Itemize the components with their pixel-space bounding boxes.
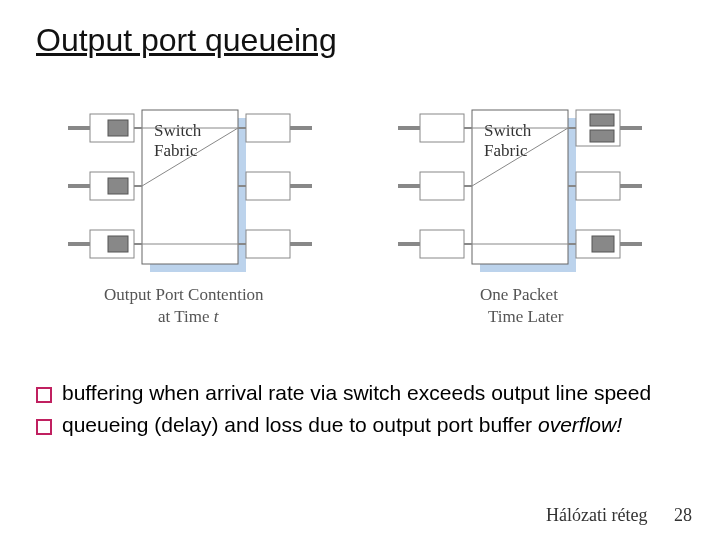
slide-title: Output port queueing bbox=[36, 22, 337, 59]
page-number: 28 bbox=[674, 505, 692, 526]
svg-rect-34 bbox=[420, 230, 464, 258]
svg-rect-41 bbox=[590, 114, 614, 126]
left-caption-2: at Time t bbox=[158, 307, 220, 326]
sf-label-left-2: Fabric bbox=[154, 141, 198, 160]
svg-rect-45 bbox=[576, 172, 620, 200]
left-panel: Switch Fabric bbox=[68, 110, 312, 326]
svg-rect-20 bbox=[246, 172, 290, 200]
svg-rect-7 bbox=[108, 178, 128, 194]
svg-rect-3 bbox=[108, 120, 128, 136]
svg-rect-42 bbox=[590, 130, 614, 142]
svg-rect-31 bbox=[420, 172, 464, 200]
svg-rect-17 bbox=[246, 114, 290, 142]
sf-label-left-1: Switch bbox=[154, 121, 202, 140]
bullet-marker-icon bbox=[36, 419, 52, 435]
left-input-ports bbox=[68, 114, 142, 258]
svg-rect-11 bbox=[108, 236, 128, 252]
svg-rect-49 bbox=[592, 236, 614, 252]
right-input-ports bbox=[398, 114, 472, 258]
svg-rect-23 bbox=[246, 230, 290, 258]
queueing-diagram: Switch Fabric bbox=[60, 100, 680, 350]
footer-label: Hálózati réteg bbox=[546, 505, 647, 525]
bullet-list: buffering when arrival rate via switch e… bbox=[36, 380, 676, 445]
right-panel: Switch Fabric bbox=[398, 110, 642, 326]
diagram-area: Switch Fabric bbox=[60, 100, 680, 350]
right-output-ports bbox=[568, 110, 642, 258]
sf-label-right-1: Switch bbox=[484, 121, 532, 140]
bullet-marker-icon bbox=[36, 387, 52, 403]
svg-rect-28 bbox=[420, 114, 464, 142]
bullet-text: queueing (delay) and loss due to output … bbox=[62, 412, 676, 438]
right-caption-1: One Packet bbox=[480, 285, 558, 304]
slide-footer: Hálózati réteg 28 bbox=[546, 505, 692, 526]
left-caption-1: Output Port Contention bbox=[104, 285, 264, 304]
left-output-ports bbox=[238, 114, 312, 258]
sf-label-right-2: Fabric bbox=[484, 141, 528, 160]
bullet-text: buffering when arrival rate via switch e… bbox=[62, 380, 676, 406]
bullet-item: queueing (delay) and loss due to output … bbox=[36, 412, 676, 438]
bullet-item: buffering when arrival rate via switch e… bbox=[36, 380, 676, 406]
right-caption-2: Time Later bbox=[488, 307, 564, 326]
